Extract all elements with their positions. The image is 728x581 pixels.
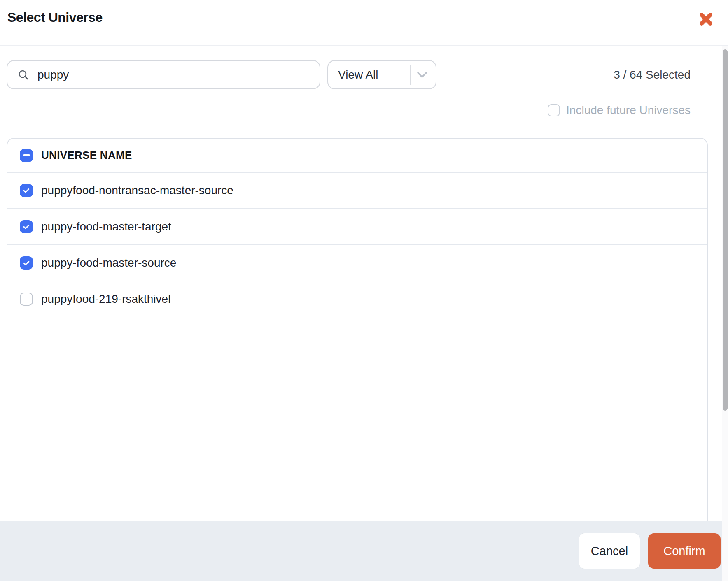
universe-name: puppyfood-219-rsakthivel xyxy=(41,293,170,306)
check-icon xyxy=(22,186,30,195)
search-box[interactable] xyxy=(7,60,320,89)
check-icon xyxy=(22,259,30,267)
chevron-down-icon xyxy=(417,72,427,80)
table-row[interactable]: puppyfood-nontransac-master-source xyxy=(7,172,707,208)
close-button[interactable] xyxy=(698,12,714,28)
include-future-label: Include future Universes xyxy=(566,104,691,117)
include-future-row[interactable]: Include future Universes xyxy=(548,103,691,118)
table-header-row: UNIVERSE NAME xyxy=(7,139,707,172)
modal-header: Select Universe xyxy=(0,0,728,46)
row-checkbox[interactable] xyxy=(20,293,33,306)
select-all-checkbox[interactable] xyxy=(20,149,33,162)
close-icon xyxy=(698,12,714,28)
page-title: Select Universe xyxy=(7,10,103,25)
universe-name: puppy-food-master-source xyxy=(41,256,176,270)
row-checkbox[interactable] xyxy=(20,184,33,197)
universe-table: UNIVERSE NAME puppyfood-nontransac-maste… xyxy=(7,138,708,521)
view-filter-value: View All xyxy=(338,61,378,88)
modal-footer: Cancel Confirm xyxy=(0,521,728,581)
universe-name: puppy-food-master-target xyxy=(41,220,171,233)
dropdown-divider xyxy=(410,65,411,85)
table-row[interactable]: puppy-food-master-target xyxy=(7,208,707,244)
scrollbar-thumb[interactable] xyxy=(723,49,728,411)
search-input[interactable] xyxy=(37,68,320,81)
cancel-button[interactable]: Cancel xyxy=(579,533,640,569)
indeterminate-minus-icon xyxy=(23,154,30,156)
table-row[interactable]: puppyfood-219-rsakthivel xyxy=(7,281,707,317)
row-checkbox[interactable] xyxy=(20,220,33,233)
confirm-button[interactable]: Confirm xyxy=(648,533,721,569)
check-icon xyxy=(22,223,30,231)
view-filter-dropdown[interactable]: View All xyxy=(327,60,436,89)
row-checkbox[interactable] xyxy=(20,256,33,270)
search-icon xyxy=(18,69,29,81)
column-header-universe-name: UNIVERSE NAME xyxy=(41,149,132,162)
universe-name: puppyfood-nontransac-master-source xyxy=(41,184,233,197)
table-row[interactable]: puppy-food-master-source xyxy=(7,244,707,281)
scrollbar-track[interactable] xyxy=(722,46,728,581)
selection-summary: 3 / 64 Selected xyxy=(614,60,691,89)
include-future-checkbox[interactable] xyxy=(548,104,560,116)
